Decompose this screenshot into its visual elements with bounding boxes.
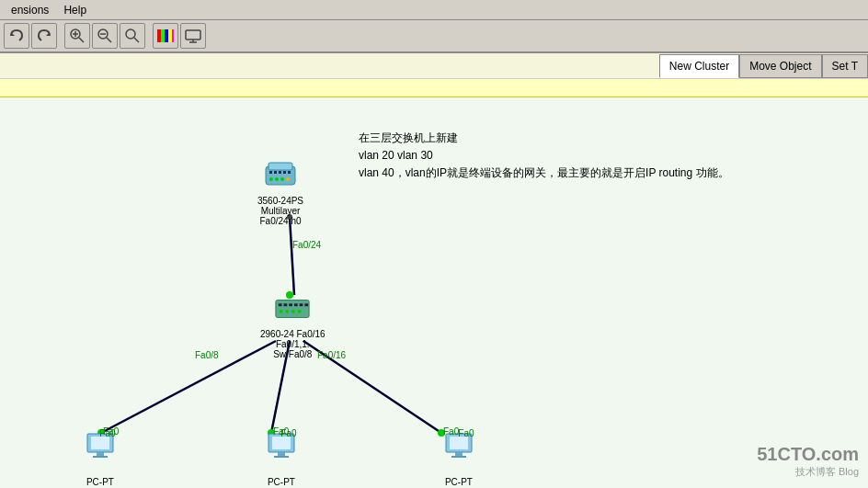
svg-rect-60 (455, 452, 463, 456)
svg-rect-45 (305, 303, 309, 306)
actionbar: New Cluster Move Object Set T (0, 53, 868, 79)
svg-rect-31 (274, 171, 277, 174)
pc1-label: PC-PT vlan 20 192.168.2.2 (60, 477, 141, 488)
svg-rect-12 (161, 29, 165, 42)
svg-rect-42 (290, 303, 293, 306)
svg-point-46 (280, 310, 283, 313)
svg-rect-57 (274, 456, 289, 458)
zoom-in-button[interactable] (64, 23, 90, 49)
svg-point-36 (275, 177, 279, 181)
svg-rect-61 (451, 456, 466, 458)
svg-point-47 (286, 310, 290, 313)
svg-line-19 (290, 217, 294, 295)
pc2[interactable]: Fa0 PC-PT vlan 30 192.168.3.2 (241, 428, 322, 488)
switch-2960[interactable]: 2960-24 Fa0/16 Fa0/1,1. Sw Fa0/8 (260, 290, 326, 359)
svg-rect-41 (284, 303, 288, 306)
palette-button[interactable] (153, 23, 178, 49)
svg-rect-32 (279, 171, 281, 174)
svg-rect-55 (272, 437, 291, 449)
menu-help[interactable]: Help (56, 2, 94, 18)
undo-button[interactable] (4, 23, 29, 49)
switch-3560[interactable]: 3560-24PS Multilayer Fa0/24:h0 (257, 157, 303, 226)
iface-label-pc2: Fa0 (273, 426, 289, 437)
iface-fa0-16: Fa0/16 (317, 350, 346, 360)
svg-line-7 (107, 38, 111, 42)
svg-rect-53 (93, 456, 108, 458)
svg-point-37 (280, 177, 284, 181)
move-object-button[interactable]: Move Object (739, 54, 821, 78)
svg-rect-40 (279, 303, 282, 306)
iface-fa0-24-top: Fa0/24 (292, 240, 321, 250)
svg-rect-34 (288, 171, 291, 174)
svg-rect-52 (97, 452, 104, 456)
device-button[interactable] (180, 23, 206, 49)
svg-rect-43 (294, 303, 298, 306)
svg-point-35 (269, 177, 273, 181)
pc3[interactable]: Fa0 PC-PT vlan 40 192.168.4.2 (418, 428, 499, 488)
zoom-out-button[interactable] (92, 23, 118, 49)
svg-rect-44 (300, 303, 303, 306)
watermark: 51CTO.com 技术博客 Blog (757, 444, 859, 479)
iface-pc3-fa0: Fa0 (458, 428, 474, 438)
svg-rect-16 (186, 30, 200, 40)
svg-rect-39 (276, 300, 309, 317)
svg-rect-29 (268, 163, 292, 170)
redo-button[interactable] (31, 23, 57, 49)
zoom-reset-button[interactable] (120, 23, 145, 49)
menubar: ensions Help (0, 0, 868, 20)
svg-line-10 (134, 38, 139, 42)
pc2-label: PC-PT vlan 30 192.168.3.2 (241, 477, 322, 488)
svg-marker-1 (46, 32, 50, 36)
menu-extensions[interactable]: ensions (4, 2, 56, 18)
switch-2960-icon (274, 290, 311, 327)
svg-rect-13 (165, 29, 168, 42)
pc1[interactable]: Fa0 PC-PT vlan 20 192.168.2.2 (60, 428, 141, 488)
iface-label-pc1: Fa0 (103, 426, 119, 437)
svg-line-3 (79, 38, 84, 42)
switch-3560-label: 3560-24PS Multilayer Fa0/24:h0 (257, 196, 303, 226)
svg-rect-59 (450, 437, 468, 449)
svg-rect-15 (172, 29, 174, 42)
svg-rect-51 (91, 437, 109, 449)
switch-3560-icon (262, 157, 299, 194)
svg-point-9 (126, 29, 135, 39)
iface-label-pc3: Fa0 (443, 426, 459, 437)
svg-line-20 (101, 341, 276, 433)
iface-fa0-8: Fa0/8 (195, 350, 219, 360)
svg-point-48 (291, 310, 295, 313)
svg-rect-33 (283, 171, 286, 174)
svg-rect-56 (278, 452, 285, 456)
new-cluster-button[interactable]: New Cluster (659, 54, 739, 78)
set-t-button[interactable]: Set T (822, 54, 868, 78)
svg-rect-14 (168, 29, 172, 42)
svg-point-49 (298, 310, 302, 313)
annotation-text: 在三层交换机上新建 vlan 20 vlan 30 vlan 40，vlan的I… (359, 130, 729, 183)
canvas: 在三层交换机上新建 vlan 20 vlan 30 vlan 40，vlan的I… (0, 97, 868, 488)
notification-bar (0, 79, 868, 97)
svg-point-38 (286, 177, 290, 181)
toolbar (0, 20, 868, 53)
svg-rect-11 (157, 29, 161, 42)
svg-rect-30 (269, 171, 272, 174)
pc3-label: PC-PT vlan 40 192.168.4.2 (418, 477, 499, 488)
switch-2960-label: 2960-24 Fa0/16 Fa0/1,1. Sw Fa0/8 (260, 329, 326, 359)
